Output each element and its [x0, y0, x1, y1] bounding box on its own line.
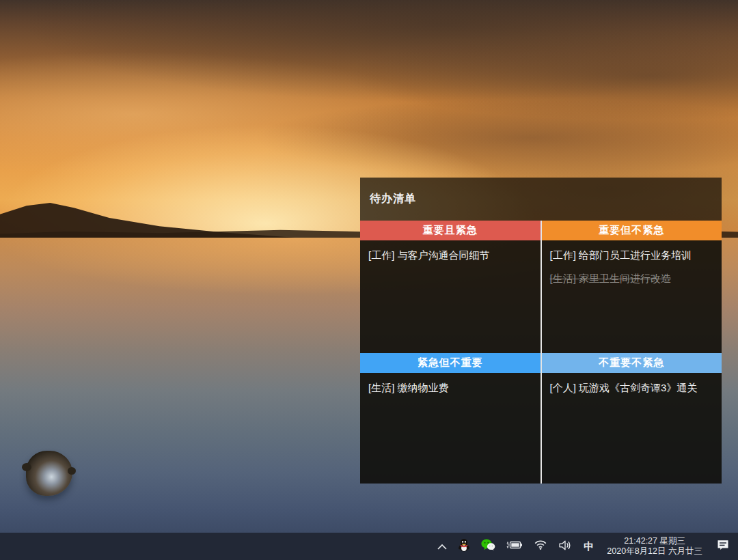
battery-tray-button[interactable] — [501, 533, 528, 560]
system-tray: 中 21:42:27 星期三 2020年8月12日 六月廿三 — [432, 533, 738, 560]
quadrant-important-not-urgent: [工作] 给部门员工进行业务培训 [生活] 家里卫生间进行改造 — [542, 240, 722, 353]
wifi-tray-button[interactable] — [528, 533, 553, 560]
task-item-completed[interactable]: [生活] 家里卫生间进行改造 — [550, 272, 714, 285]
quadrant-header-urgent-not-important: 紧急但不重要 — [360, 353, 541, 373]
quadrant-header-important-not-urgent: 重要但不紧急 — [542, 221, 722, 240]
todo-widget: 待办清单 重要且紧急 重要但不紧急 [工作] 与客户沟通合同细节 [工作] 给部… — [360, 178, 722, 484]
qq-tray-button[interactable] — [452, 533, 476, 560]
quadrant-urgent-not-important: [生活] 缴纳物业费 — [360, 373, 541, 484]
wechat-tray-button[interactable] — [476, 533, 501, 560]
task-item[interactable]: [工作] 与客户沟通合同细节 — [368, 249, 532, 262]
clock-date: 2020年8月12日 六月廿三 — [607, 546, 702, 557]
clock-time: 21:42:27 星期三 — [607, 536, 702, 546]
taskbar-clock[interactable]: 21:42:27 星期三 2020年8月12日 六月廿三 — [600, 536, 709, 557]
action-center-button[interactable] — [709, 533, 738, 560]
task-item[interactable]: [工作] 给部门员工进行业务培训 — [550, 249, 714, 262]
quadrant-important-urgent: [工作] 与客户沟通合同细节 — [360, 240, 541, 353]
quadrant-not-important-not-urgent: [个人] 玩游戏《古剑奇谭3》通关 — [542, 373, 722, 484]
todo-quadrant-grid: 重要且紧急 重要但不紧急 [工作] 与客户沟通合同细节 [工作] 给部门员工进行… — [360, 221, 722, 484]
task-item[interactable]: [个人] 玩游戏《古剑奇谭3》通关 — [550, 382, 714, 395]
qq-icon — [458, 538, 470, 555]
task-item[interactable]: [生活] 缴纳物业费 — [368, 382, 532, 395]
wechat-icon — [481, 539, 495, 554]
quadrant-header-not-important-not-urgent: 不重要不紧急 — [542, 353, 722, 373]
battery-icon — [506, 540, 523, 553]
wifi-icon — [534, 540, 547, 553]
quadrant-header-important-urgent: 重要且紧急 — [360, 221, 541, 240]
show-hidden-icons-button[interactable] — [432, 533, 452, 560]
todo-widget-title: 待办清单 — [360, 178, 722, 221]
notification-icon — [716, 538, 730, 555]
taskbar: 中 21:42:27 星期三 2020年8月12日 六月廿三 — [0, 533, 738, 560]
volume-tray-button[interactable] — [553, 533, 577, 560]
chevron-up-icon — [437, 540, 447, 552]
input-method-indicator[interactable]: 中 — [577, 533, 600, 560]
volume-icon — [558, 540, 572, 554]
quadrant-divider — [541, 221, 542, 484]
